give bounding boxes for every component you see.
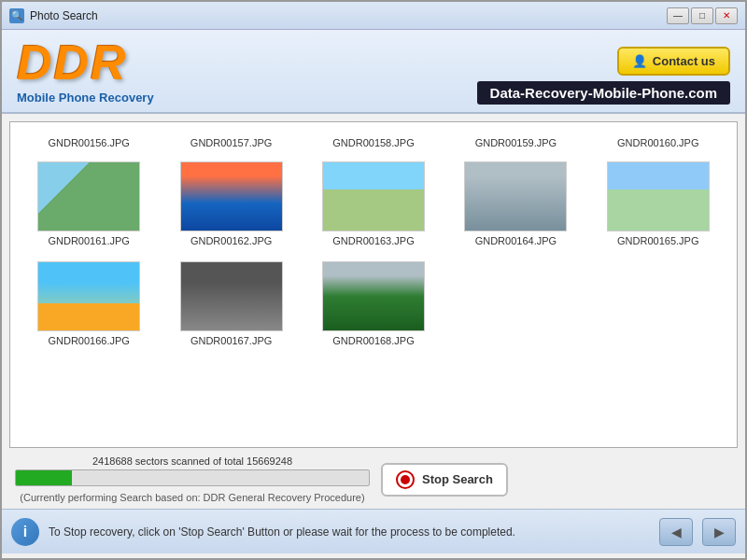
info-bar: i To Stop recovery, click on 'Stop Searc… [2, 509, 745, 553]
photo-filename: GNDR00166.JPG [48, 335, 129, 346]
progress-block: 2418688 sectors scanned of total 1566924… [15, 455, 370, 503]
list-item: GNDR00160.JPG [587, 133, 729, 152]
list-item[interactable]: GNDR00162.JPG [160, 154, 302, 254]
minimize-button[interactable]: — [667, 7, 689, 24]
photo-filename: GNDR00164.JPG [475, 235, 557, 246]
stop-inner [401, 475, 410, 484]
contact-icon: 👤 [632, 54, 647, 68]
stop-search-button[interactable]: Stop Search [381, 463, 508, 497]
forward-button[interactable]: ▶ [702, 518, 736, 546]
photo-filename: GNDR00161.JPG [48, 235, 129, 246]
list-item[interactable]: GNDR00164.JPG [444, 154, 586, 254]
list-item: GNDR00157.JPG [160, 133, 302, 152]
title-bar-controls: — □ ✕ [667, 7, 738, 24]
ddr-logo: DDR [17, 38, 154, 87]
progress-section: 2418688 sectors scanned of total 1566924… [15, 455, 732, 503]
list-item: GNDR00159.JPG [444, 133, 586, 152]
contact-label: Contact us [653, 54, 715, 68]
progress-bar-fill [16, 470, 72, 485]
header: DDR Mobile Phone Recovery 👤 Contact us D… [2, 30, 745, 114]
app-icon: 🔍 [9, 8, 24, 23]
title-bar-text: Photo Search [30, 9, 667, 22]
photo-grid: GNDR00156.JPGGNDR00157.JPGGNDR00158.JPGG… [10, 122, 737, 361]
website-banner: Data-Recovery-Mobile-Phone.com [477, 81, 730, 105]
list-item[interactable]: GNDR00163.JPG [303, 154, 444, 254]
title-bar: 🔍 Photo Search — □ ✕ [2, 2, 745, 30]
back-button[interactable]: ◀ [659, 518, 693, 546]
app-subtitle: Mobile Phone Recovery [17, 91, 154, 105]
progress-bar-container [15, 469, 370, 486]
photo-filename: GNDR00162.JPG [190, 235, 272, 246]
photo-filename: GNDR00167.JPG [190, 335, 272, 346]
list-item[interactable]: GNDR00161.JPG [18, 154, 160, 254]
list-item[interactable]: GNDR00167.JPG [160, 254, 302, 354]
list-item[interactable]: GNDR00165.JPG [587, 154, 729, 254]
photo-filename: GNDR00165.JPG [617, 235, 698, 246]
close-button[interactable]: ✕ [715, 7, 738, 24]
info-text: To Stop recovery, click on 'Stop Search'… [49, 525, 650, 539]
photo-grid-container[interactable]: GNDR00156.JPGGNDR00157.JPGGNDR00158.JPGG… [9, 121, 738, 448]
list-item: GNDR00158.JPG [303, 133, 444, 152]
photo-filename: GNDR00168.JPG [332, 335, 414, 346]
progress-label: 2418688 sectors scanned of total 1566924… [15, 455, 370, 467]
list-item[interactable]: GNDR00166.JPG [18, 254, 160, 354]
stop-icon [396, 470, 415, 489]
stop-label: Stop Search [422, 472, 493, 486]
list-item: GNDR00156.JPG [18, 133, 160, 152]
maximize-button[interactable]: □ [691, 7, 713, 24]
contact-button[interactable]: 👤 Contact us [617, 47, 730, 76]
progress-sublabel: (Currently performing Search based on: D… [15, 492, 370, 503]
info-icon: i [11, 518, 39, 546]
photo-filename: GNDR00163.JPG [332, 235, 414, 246]
list-item[interactable]: GNDR00168.JPG [303, 254, 444, 354]
